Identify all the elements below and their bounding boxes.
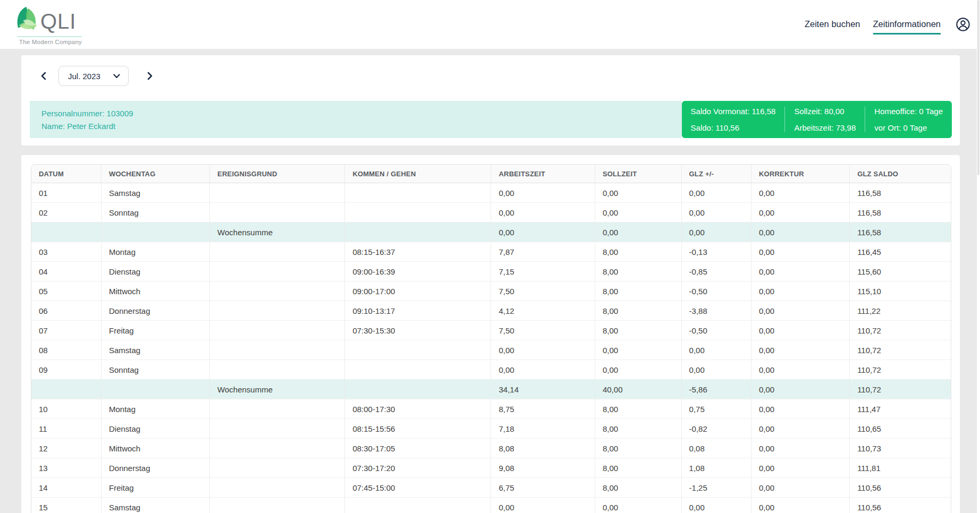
summary-saldo-column: Saldo Vormonat: 116,58 Saldo: 110,56 [682,107,785,132]
cell-ereignisgrund [210,183,345,203]
cell-sollzeit: 0,00 [595,183,681,203]
cell-glz-saldo: 110,56 [850,478,951,498]
cell-ereignisgrund [210,242,345,262]
cell-glz-saldo: 116,58 [850,183,951,203]
cell-kommen-gehen: 07:30-17:20 [345,458,491,478]
cell-datum: 04 [31,262,101,281]
cell-korrektur: 0,00 [751,360,850,380]
scrollbar[interactable] [977,0,980,513]
cell-glz: 0,00 [681,183,751,203]
cell-ereignisgrund [210,281,345,301]
column-header-sollzeit: SOLLZEIT [595,165,681,183]
cell-sollzeit: 8,00 [595,458,681,478]
cell-glz-saldo: 110,73 [850,439,951,458]
table-row: 03Montag08:15-16:377,878,00-0,130,00116,… [31,242,951,262]
column-header-wochentag: WOCHENTAG [101,165,209,183]
table-row: 13Donnerstag07:30-17:209,088,001,080,001… [31,458,951,478]
cell-glz-saldo: 115,10 [850,281,951,301]
cell-datum: 02 [31,203,101,223]
cell-arbeitszeit: 7,87 [491,242,595,262]
cell-korrektur: 0,00 [751,203,850,223]
cell-wochentag: Freitag [101,321,209,340]
saldo: Saldo: 110,56 [691,123,776,132]
cell-datum: 01 [31,183,101,203]
cell-sollzeit: 8,00 [595,301,681,321]
column-header-ereignisgrund: EREIGNISGRUND [210,165,345,183]
homeoffice-tage: Homeoffice: 0 Tage [874,107,943,116]
table-row: 11Dienstag08:15-15:567,188,00-0,820,0011… [31,419,951,439]
cell-korrektur: 0,00 [751,242,850,262]
cell-wochentag: Mittwoch [101,439,209,458]
saldo-vormonat: Saldo Vormonat: 116,58 [691,107,776,116]
summary-tage-column: Homeoffice: 0 Tage vor Ort: 0 Tage [865,107,952,132]
cell-sollzeit: 8,00 [595,321,681,340]
cell-arbeitszeit: 7,15 [491,262,595,281]
table-row: 05Mittwoch09:00-17:007,508,00-0,500,0011… [31,281,951,301]
cell-kommen-gehen: 08:30-17:05 [345,439,491,458]
cell-wochentag: Samstag [101,340,209,360]
month-select[interactable]: Jul. 2023 [58,66,129,86]
cell-glz-saldo: 110,56 [850,498,951,513]
employee-info-box: Personalnummer: 103009 Name: Peter Eckar… [30,101,682,138]
column-header-glz: GLZ +/- [681,165,751,183]
summary-zeit-column: Sollzeit: 80,00 Arbeitszeit: 73,98 [784,107,865,132]
employee-personalnummer: Personalnummer: 103009 [41,109,670,118]
cell-wochentag: Donnerstag [101,458,209,478]
next-month-button[interactable] [142,69,157,83]
arbeitszeit: Arbeitszeit: 73,98 [794,123,856,132]
column-header-korrektur: KORREKTUR [751,165,850,183]
column-header-kommen-gehen: KOMMEN / GEHEN [345,165,491,183]
cell-kommen-gehen: 07:30-15:30 [345,321,491,340]
main-nav: Zeiten buchen Zeitinformationen [805,15,970,35]
cell-glz: 0,75 [681,399,751,419]
cell-sollzeit: 0,00 [595,203,681,223]
scrollbar-thumb[interactable] [977,0,979,175]
cell-wochentag: Samstag [101,498,209,513]
account-icon[interactable] [956,17,970,32]
cell-glz-saldo: 110,72 [850,321,951,340]
cell-glz: -1,25 [681,478,751,498]
nav-zeitinformationen[interactable]: Zeitinformationen [873,19,941,35]
month-info-card: Jul. 2023 Personalnummer: 103009 Name: P… [21,55,960,146]
table-week-summary-row: Wochensumme34,1440,00-5,860,00110,72 [31,380,951,399]
table-row: 10Montag08:00-17:308,758,000,750,00111,4… [31,399,951,419]
nav-zeiten-buchen[interactable]: Zeiten buchen [805,19,860,35]
cell-glz: -5,86 [681,380,751,399]
cell-glz: -3,88 [681,301,751,321]
app-header: QLI The Modern Company Zeiten buchen Zei… [0,0,980,49]
table-row: 14Freitag07:45-15:006,758,00-1,250,00110… [31,478,951,498]
cell-kommen-gehen: 09:10-13:17 [345,301,491,321]
time-table: DATUM WOCHENTAG EREIGNISGRUND KOMMEN / G… [31,165,951,513]
cell-glz: 1,08 [681,458,751,478]
cell-ereignisgrund [210,419,345,439]
cell-glz-saldo: 110,72 [850,340,951,360]
table-row: 08Samstag0,000,000,000,00110,72 [31,340,951,360]
cell-kommen-gehen [345,183,491,203]
chevron-left-icon [39,71,48,81]
cell-datum: 10 [31,399,101,419]
cell-sollzeit: 8,00 [595,419,681,439]
cell-sollzeit: 8,00 [595,262,681,281]
cell-sollzeit: 8,00 [595,281,681,301]
cell-wochentag: Dienstag [101,262,209,281]
sollzeit: Sollzeit: 80,00 [794,107,856,116]
cell-arbeitszeit: 0,00 [491,183,595,203]
cell-sollzeit: 8,00 [595,439,681,458]
logo-tagline: The Modern Company [19,39,82,45]
cell-wochentag [101,223,209,242]
previous-month-button[interactable] [36,69,51,83]
cell-glz-saldo: 116,58 [850,203,951,223]
cell-kommen-gehen [345,223,491,242]
cell-datum [31,223,101,242]
cell-korrektur: 0,00 [751,223,850,242]
cell-datum [31,380,101,399]
cell-korrektur: 0,00 [751,399,850,419]
cell-datum: 12 [31,439,101,458]
cell-glz: -0,13 [681,242,751,262]
cell-wochentag: Donnerstag [101,301,209,321]
cell-arbeitszeit: 9,08 [491,458,595,478]
table-row: 06Donnerstag09:10-13:174,128,00-3,880,00… [31,301,951,321]
cell-arbeitszeit: 0,00 [491,498,595,513]
cell-arbeitszeit: 4,12 [491,301,595,321]
cell-ereignisgrund [210,301,345,321]
